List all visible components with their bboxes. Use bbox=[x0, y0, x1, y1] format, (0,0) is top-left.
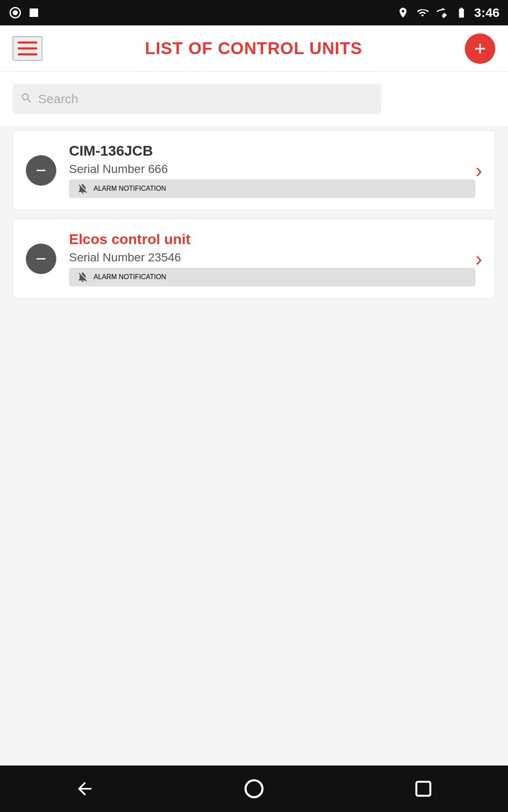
battery-icon bbox=[455, 6, 468, 19]
svg-rect-2 bbox=[30, 8, 38, 17]
bell-muted-icon bbox=[76, 270, 89, 284]
list-item[interactable]: CIM-136JCB Serial Number 666 ALARM NOTIF… bbox=[13, 130, 495, 210]
recent-apps-button[interactable] bbox=[406, 772, 440, 806]
card-content: Elcos control unit Serial Number 23546 A… bbox=[69, 231, 475, 286]
location-icon bbox=[396, 6, 410, 19]
alarm-badge: ALARM NOTIFICATION bbox=[69, 268, 475, 286]
card-title: CIM-136JCB bbox=[69, 143, 475, 159]
square-status-icon bbox=[27, 6, 41, 19]
svg-point-3 bbox=[246, 780, 262, 797]
remove-button-card-1[interactable] bbox=[26, 155, 56, 186]
remove-button-card-2[interactable] bbox=[26, 244, 56, 274]
status-bar: 3:46 bbox=[0, 0, 508, 25]
alarm-label: ALARM NOTIFICATION bbox=[94, 273, 166, 281]
list-item[interactable]: Elcos control unit Serial Number 23546 A… bbox=[13, 219, 495, 299]
wifi-icon bbox=[416, 6, 429, 19]
hamburger-menu-button[interactable] bbox=[13, 36, 42, 60]
chevron-right-icon: › bbox=[475, 247, 482, 270]
svg-point-1 bbox=[13, 10, 18, 15]
card-serial: Serial Number 23546 bbox=[69, 251, 475, 264]
app-header: LIST OF CONTROL UNITS bbox=[0, 25, 508, 72]
search-icon bbox=[20, 92, 33, 106]
card-title: Elcos control unit bbox=[69, 231, 475, 247]
page-title: LIST OF CONTROL UNITS bbox=[145, 39, 362, 58]
card-serial: Serial Number 666 bbox=[69, 162, 475, 176]
back-button[interactable] bbox=[68, 772, 102, 806]
card-content: CIM-136JCB Serial Number 666 ALARM NOTIF… bbox=[69, 143, 475, 198]
status-bar-right: 3:46 bbox=[396, 5, 500, 20]
bottom-nav bbox=[0, 765, 508, 812]
alarm-badge: ALARM NOTIFICATION bbox=[69, 179, 475, 198]
status-bar-left bbox=[8, 6, 41, 19]
signal-icon bbox=[435, 6, 449, 19]
search-wrapper bbox=[13, 84, 381, 114]
search-container bbox=[0, 72, 508, 126]
status-time: 3:46 bbox=[474, 5, 500, 20]
circle-status-icon bbox=[8, 6, 22, 19]
chevron-right-icon: › bbox=[475, 159, 482, 182]
cards-area: CIM-136JCB Serial Number 666 ALARM NOTIF… bbox=[0, 126, 508, 765]
svg-rect-4 bbox=[417, 782, 431, 796]
search-input[interactable] bbox=[13, 84, 381, 114]
add-button[interactable] bbox=[465, 33, 495, 64]
home-button[interactable] bbox=[237, 772, 271, 806]
alarm-label: ALARM NOTIFICATION bbox=[94, 185, 166, 192]
bell-muted-icon bbox=[76, 182, 89, 195]
